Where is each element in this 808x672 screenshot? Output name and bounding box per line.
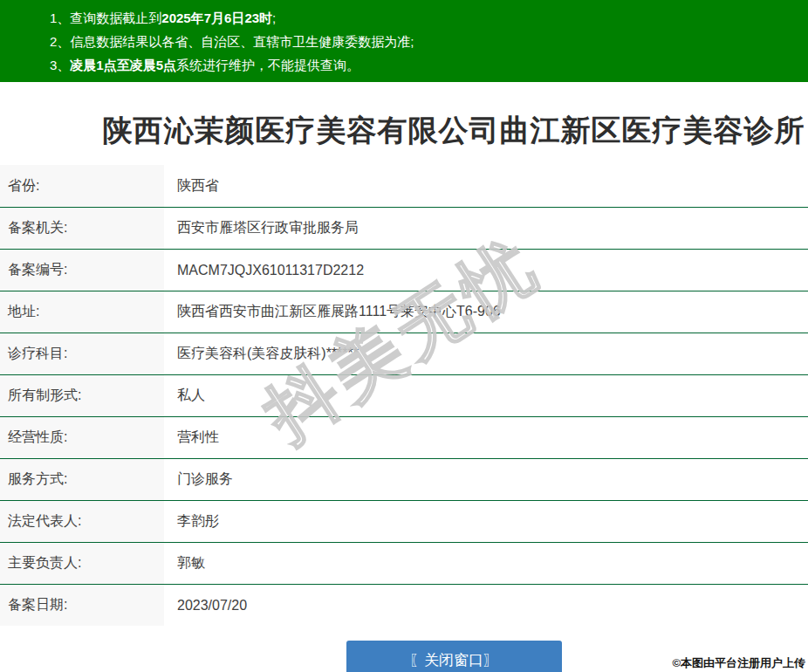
notice-line-1: 1、查询数据截止到2025年7月6日23时; [50,6,808,30]
row-value: 郭敏 [164,543,808,584]
table-row-filing-number: 备案编号: MACM7JQJX61011317D2212 [0,249,808,291]
table-row-main-person: 主要负责人: 郭敏 [0,542,808,584]
row-label: 主要负责人: [0,543,164,584]
table-row-ownership: 所有制形式: 私人 [0,374,808,416]
row-value: MACM7JQJX61011317D2212 [164,250,808,291]
table-row-service-mode: 服务方式: 门诊服务 [0,458,808,500]
notice-3-suffix: 系统进行维护，不能提供查询。 [176,58,359,72]
notice-3-bold: 凌晨1点至凌晨5点 [70,58,176,72]
table-row-business-nature: 经营性质: 营利性 [0,416,808,458]
upload-credit-watermark: ©本图由平台注册用户上传 [672,655,805,671]
row-label: 地址: [0,291,164,333]
row-label: 诊疗科目: [0,333,164,374]
row-label: 服务方式: [0,459,164,500]
row-value: 医疗美容科(美容皮肤科)****** [164,333,808,374]
table-row-filing-authority: 备案机关: 西安市雁塔区行政审批服务局 [0,207,808,249]
row-value: 陕西省 [164,165,808,207]
info-table: 省份: 陕西省 备案机关: 西安市雁塔区行政审批服务局 备案编号: MACM7J… [0,165,808,626]
row-value: 西安市雁塔区行政审批服务局 [164,208,808,249]
row-label: 备案日期: [0,585,164,626]
notice-1-suffix: ; [272,10,276,25]
row-label: 备案编号: [0,250,164,291]
table-row-address: 地址: 陕西省西安市曲江新区雁展路1111号莱安中心T6-906 [0,291,808,333]
notice-1-bold: 2025年7月6日23时 [161,10,272,25]
notice-bar: 1、查询数据截止到2025年7月6日23时; 2、信息数据结果以各省、自治区、直… [0,0,808,82]
notice-line-3: 3、凌晨1点至凌晨5点系统进行维护，不能提供查询。 [50,53,808,77]
page-title: 陕西沁茉颜医疗美容有限公司曲江新区医疗美容诊所 [0,82,808,165]
table-row-medical-subjects: 诊疗科目: 医疗美容科(美容皮肤科)****** [0,333,808,374]
row-value: 2023/07/20 [164,585,808,626]
notice-3-text: 3、 [50,58,70,72]
row-label: 省份: [0,165,164,207]
row-label: 备案机关: [0,208,164,249]
table-row-legal-representative: 法定代表人: 李韵彤 [0,500,808,542]
row-value: 门诊服务 [164,459,808,500]
table-row-filing-date: 备案日期: 2023/07/20 [0,584,808,626]
row-value: 陕西省西安市曲江新区雁展路1111号莱安中心T6-906 [164,291,808,333]
close-window-button[interactable]: 〖关闭窗口〗 [346,641,562,672]
page-container: 1、查询数据截止到2025年7月6日23时; 2、信息数据结果以各省、自治区、直… [0,0,808,672]
row-value: 营利性 [164,417,808,458]
row-label: 法定代表人: [0,501,164,542]
notice-2-text: 2、信息数据结果以各省、自治区、直辖市卫生健康委数据为准; [50,34,414,49]
table-row-province: 省份: 陕西省 [0,165,808,207]
row-label: 经营性质: [0,417,164,458]
notice-line-2: 2、信息数据结果以各省、自治区、直辖市卫生健康委数据为准; [50,30,808,53]
row-value: 李韵彤 [164,501,808,542]
row-label: 所有制形式: [0,375,164,416]
row-value: 私人 [164,375,808,416]
notice-1-text: 1、查询数据截止到 [50,10,161,25]
